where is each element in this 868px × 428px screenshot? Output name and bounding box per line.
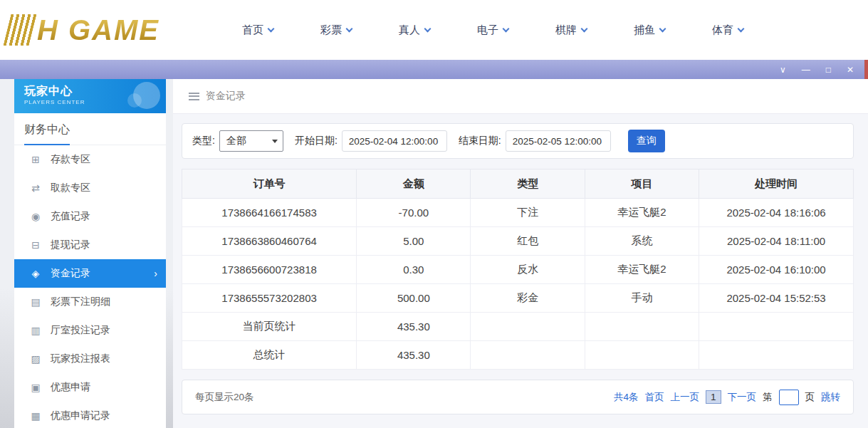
chevron-down-icon (581, 25, 588, 32)
players-center-header: 玩家中心 PLAYERS CENTER (14, 79, 166, 113)
maximize-icon[interactable]: □ (826, 66, 831, 74)
jump-page-input[interactable] (779, 390, 799, 405)
chevron-down-icon (424, 25, 432, 32)
table-cell (699, 313, 854, 341)
sidebar-item-label: 充值记录 (51, 210, 90, 223)
nav-item-board-games[interactable]: 棋牌 (555, 24, 587, 37)
nav-item-live[interactable]: 真人 (399, 24, 430, 37)
sidebar-item-label: 玩家投注报表 (51, 353, 110, 365)
table-cell: 1738664166174583 (182, 199, 357, 227)
table-cell: 当前页统计 (182, 313, 357, 341)
promo-records-icon: ▦ (30, 410, 41, 422)
sidebar-item-deposit-zone[interactable]: ⊞ 存款专区 (14, 145, 166, 174)
close-icon[interactable]: ✕ (847, 66, 854, 74)
sidebar-item-funds-records[interactable]: ◈ 资金记录 › (14, 259, 166, 288)
table-cell: 彩金 (471, 284, 585, 313)
cashout-icon: ⊟ (30, 239, 41, 251)
header-order-no: 订单号 (182, 169, 357, 199)
sidebar-item-promo-application-records[interactable]: ▦ 优惠申请记录 (14, 402, 166, 428)
table-cell: 2025-02-04 15:52:53 (699, 284, 854, 313)
table-cell: 2025-02-04 18:16:06 (699, 199, 854, 227)
end-date-label: 结束日期: (459, 135, 501, 147)
table-cell (585, 341, 699, 370)
pagination-bar: 每页显示20条 共4条 首页 上一页 1 下一页 第 页 跳转 (182, 380, 854, 414)
nav-item-home[interactable]: 首页 (242, 24, 273, 37)
table-cell: 500.00 (357, 284, 471, 313)
sidebar-item-hall-bet-records[interactable]: ▥ 厅室投注记录 (14, 316, 166, 345)
total-count: 共4条 (614, 391, 639, 404)
first-page-link[interactable]: 首页 (644, 391, 664, 404)
sidebar-item-recharge-records[interactable]: ◉ 充值记录 (14, 202, 166, 231)
sidebar-title: 玩家中心 (24, 84, 156, 99)
table-cell: 红包 (471, 227, 585, 256)
table-cell: 435.30 (357, 341, 471, 370)
report-icon: ▨ (30, 353, 41, 365)
table-cell (585, 313, 699, 341)
sidebar-item-player-bet-report[interactable]: ▨ 玩家投注报表 (14, 345, 166, 373)
table-row: 1738664166174583 -70.00 下注 幸运飞艇2 2025-02… (182, 199, 854, 227)
table-cell: 435.30 (357, 313, 471, 341)
logo[interactable]: H GAME (7, 14, 214, 46)
sidebar-item-lottery-bet-details[interactable]: ▤ 彩票下注明细 (14, 288, 166, 316)
titlebar-chevron-down-icon[interactable]: ∨ (780, 66, 786, 74)
promo-icon: ▣ (30, 382, 41, 393)
sidebar-item-label: 存款专区 (51, 153, 90, 166)
withdraw-icon: ⇄ (30, 182, 41, 194)
table-row: 1738656600723818 0.30 反水 幸运飞艇2 2025-02-0… (182, 256, 854, 284)
table-summary-row: 总统计 435.30 (182, 341, 854, 370)
table-cell: 5.00 (357, 227, 471, 256)
start-date-input[interactable] (342, 130, 447, 152)
page-1-button[interactable]: 1 (706, 390, 721, 404)
table-cell: 2025-02-04 16:10:00 (699, 256, 854, 284)
table-cell: 系统 (585, 227, 699, 256)
window-titlebar: ∨ — □ ✕ (0, 60, 868, 79)
nav-item-fishing[interactable]: 捕鱼 (634, 24, 665, 37)
table-cell: 1738663860460764 (182, 227, 357, 256)
sidebar: 玩家中心 PLAYERS CENTER 财务中心 ⊞ 存款专区 ⇄ 取款专区 ◉… (14, 79, 166, 428)
hamburger-icon (189, 93, 199, 100)
header-project: 项目 (585, 169, 699, 199)
recharge-icon: ◉ (30, 211, 41, 222)
table-cell: 0.30 (357, 256, 471, 284)
table-cell: 2025-02-04 18:11:00 (699, 227, 854, 256)
table-cell (471, 341, 585, 370)
table-cell: 1738655573202803 (182, 284, 357, 313)
hall-bets-icon: ▥ (30, 325, 41, 336)
sidebar-item-label: 优惠申请记录 (51, 409, 110, 422)
table-cell: 幸运飞艇2 (585, 199, 699, 227)
table-row: 1738655573202803 500.00 彩金 手动 2025-02-04… (182, 284, 854, 313)
sidebar-menu: ⊞ 存款专区 ⇄ 取款专区 ◉ 充值记录 ⊟ 提现记录 ◈ 资金记录 › ▤ (14, 145, 166, 428)
type-select[interactable]: 全部 (219, 130, 283, 152)
select-caret-icon (272, 140, 278, 143)
filter-bar: 类型: 全部 开始日期: 结束日期: 查询 (182, 123, 854, 159)
search-button[interactable]: 查询 (628, 130, 665, 152)
next-page-link[interactable]: 下一页 (728, 391, 757, 404)
table-summary-row: 当前页统计 435.30 (182, 313, 854, 341)
sidebar-subtitle: PLAYERS CENTER (24, 99, 156, 105)
table-cell: 手动 (585, 284, 699, 313)
sidebar-item-label: 厅室投注记录 (51, 324, 110, 337)
top-header: H GAME 首页 彩票 真人 电子 棋牌 捕鱼 体育 (0, 0, 868, 60)
table-row: 1738663860460764 5.00 红包 系统 2025-02-04 1… (182, 227, 854, 256)
logo-stripes-icon (4, 14, 37, 46)
table-cell: 1738656600723818 (182, 256, 357, 284)
end-date-input[interactable] (506, 130, 611, 152)
chevron-down-icon (659, 25, 666, 32)
sidebar-item-label: 优惠申请 (51, 381, 90, 394)
minimize-icon[interactable]: — (802, 66, 810, 74)
sidebar-item-label: 取款专区 (51, 182, 90, 194)
chevron-down-icon (268, 25, 275, 32)
sidebar-item-withdrawal-records[interactable]: ⊟ 提现记录 (14, 231, 166, 259)
nav-item-electronic[interactable]: 电子 (477, 24, 508, 37)
nav-item-sports[interactable]: 体育 (712, 24, 743, 37)
deposit-icon: ⊞ (30, 154, 41, 165)
table-cell: 幸运飞艇2 (585, 256, 699, 284)
funds-icon: ◈ (30, 268, 41, 279)
prev-page-link[interactable]: 上一页 (670, 391, 699, 404)
sidebar-item-promo-application[interactable]: ▣ 优惠申请 (14, 373, 166, 402)
table-cell (471, 313, 585, 341)
sidebar-item-withdrawal-zone[interactable]: ⇄ 取款专区 (14, 174, 166, 202)
jump-button[interactable]: 跳转 (821, 391, 840, 404)
nav-item-lottery[interactable]: 彩票 (320, 24, 352, 37)
table-cell: 下注 (471, 199, 585, 227)
